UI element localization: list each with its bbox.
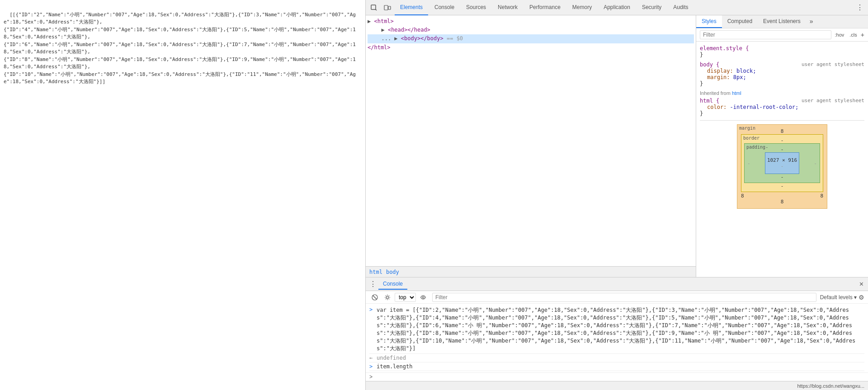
console-output[interactable]: > var item = [{"ID":2,"Name":"小明","Numbe… — [366, 304, 868, 372]
style-rule-html: html { user agent stylesheet color: -int… — [700, 98, 864, 117]
prop-color[interactable]: color: -internal-root-color; — [700, 104, 798, 110]
styles-tabs: Styles Computed Event Listeners » — [696, 15, 868, 28]
content-dimensions: 1027 × 916 — [767, 157, 797, 163]
dom-node-close-html[interactable]: </html> — [368, 43, 694, 52]
margin-label: margin — [739, 126, 755, 131]
content-padding: - — [781, 163, 784, 169]
selector-element-style[interactable]: element.style { — [700, 45, 749, 52]
tab-security[interactable]: Security — [637, 0, 667, 15]
inherited-html-link[interactable]: html — [732, 90, 741, 96]
filter-add-button[interactable]: + — [861, 31, 864, 38]
filter-cls-option[interactable]: .cls — [848, 31, 859, 38]
tab-application[interactable]: Application — [598, 0, 636, 15]
console-area: ⋮ Console × top — [366, 277, 868, 381]
status-url: https://blog.csdn.net/wangxu... — [797, 383, 864, 389]
devtools-more-button[interactable]: ⋮ — [854, 1, 866, 14]
box-margin[interactable]: margin 8 border - padding- - — [737, 124, 827, 209]
devtools-panel: Elements Console Sources Network Perform… — [365, 0, 868, 390]
styles-content[interactable]: element.style { } body { user agent styl… — [696, 42, 868, 277]
element-breadcrumb: html body — [366, 266, 696, 277]
console-close-button[interactable]: × — [857, 279, 866, 289]
box-model-container: margin 8 border - padding- - — [737, 124, 827, 209]
tab-computed[interactable]: Computed — [722, 15, 758, 28]
breadcrumb-html[interactable]: html — [369, 269, 382, 275]
console-line-input2: > item.length — [369, 362, 864, 371]
box-model: margin 8 border - padding- - — [700, 120, 864, 212]
device-toolbar-icon[interactable] — [381, 1, 394, 14]
svg-point-7 — [422, 296, 424, 298]
console-filter-input[interactable] — [432, 293, 816, 302]
inherited-from-label: Inherited from html — [700, 90, 864, 96]
tab-performance[interactable]: Performance — [524, 0, 566, 15]
tab-network[interactable]: Network — [492, 0, 523, 15]
console-input[interactable] — [374, 374, 864, 380]
margin-bottom-value: 8 — [741, 199, 823, 205]
svg-rect-0 — [371, 5, 376, 9]
elements-panel: ▶ <html> ▶ <head></head> ... ▶ <body></b… — [366, 15, 696, 277]
tab-more-styles[interactable]: » — [806, 15, 817, 28]
tab-styles[interactable]: Styles — [696, 15, 722, 28]
console-eye-icon[interactable] — [418, 292, 429, 303]
expand-arrow-head[interactable]: ▶ — [381, 27, 387, 33]
console-context-select[interactable]: top — [395, 293, 416, 302]
selector-html[interactable]: html { — [700, 98, 719, 104]
box-content[interactable]: 1027 × 916 - — [765, 152, 799, 174]
margin-right-value: 8 — [820, 193, 823, 199]
console-prefix-input2: > — [369, 363, 375, 370]
prop-display[interactable]: display: block; — [700, 68, 756, 74]
styles-filter-input[interactable] — [700, 30, 831, 39]
elements-tree[interactable]: ▶ <html> ▶ <head></head> ... ▶ <body></b… — [366, 15, 696, 266]
expand-arrow-html[interactable]: ▶ — [368, 18, 374, 24]
devtools-toolbar: Elements Console Sources Network Perform… — [366, 0, 868, 15]
console-line-input1: > var item = [{"ID":2,"Name":"小明","Numbe… — [369, 305, 864, 354]
margin-sides: 8 8 — [741, 193, 823, 199]
dom-node-html[interactable]: ▶ <html> — [368, 17, 694, 26]
expand-arrow-body[interactable]: ... ▶ — [381, 35, 401, 42]
body-hint: == $0 — [443, 35, 463, 42]
content-row: - 1027 × 916 - - — [747, 152, 817, 174]
console-line-output1: ← undefined — [369, 354, 864, 362]
svg-rect-2 — [384, 5, 388, 10]
filter-hover-option[interactable]: :hov — [833, 31, 846, 38]
tab-elements[interactable]: Elements — [395, 0, 428, 15]
console-tabs: ⋮ Console × — [366, 277, 868, 291]
dom-node-body[interactable]: ... ▶ <body></body> == $0 — [368, 34, 694, 43]
padding-label: padding- — [746, 145, 768, 150]
breadcrumb-body[interactable]: body — [386, 269, 399, 275]
box-border[interactable]: border - padding- - - — [741, 134, 823, 192]
box-padding[interactable]: padding- - - 1027 × 916 - — [744, 143, 820, 183]
console-settings-icon[interactable] — [382, 292, 393, 303]
page-text: [[{"ID":"2","Name":"小明","Number":"007","… — [4, 12, 356, 85]
margin-left-value: 8 — [741, 193, 744, 199]
tab-console-main[interactable]: Console — [378, 279, 407, 290]
styles-filter-bar: :hov .cls + — [696, 28, 868, 42]
tab-sources[interactable]: Sources — [461, 0, 491, 15]
tab-memory[interactable]: Memory — [567, 0, 597, 15]
prop-margin[interactable]: margin: 8px; — [700, 74, 746, 80]
console-gear-button[interactable]: ⚙ — [859, 294, 864, 301]
svg-line-1 — [375, 9, 377, 10]
tab-audits[interactable]: Audits — [668, 0, 693, 15]
status-bar: https://blog.csdn.net/wangxu... — [366, 381, 868, 390]
console-log-level-select[interactable]: Default levels ▾ — [820, 294, 857, 301]
tab-console[interactable]: Console — [429, 0, 460, 15]
console-toolbar: top Default levels ▾ ⚙ — [366, 291, 868, 304]
style-rule-body: body { user agent stylesheet display: bl… — [700, 61, 864, 87]
console-text-input1: var item = [{"ID":2,"Name":"小明","Number"… — [377, 306, 864, 352]
console-text-undefined: undefined — [377, 355, 864, 361]
border-label: border — [743, 136, 760, 141]
console-prefix-input1: > — [369, 306, 375, 313]
console-clear-button[interactable] — [369, 292, 380, 303]
console-text-item-length: item.length — [377, 363, 864, 370]
source-html: user agent stylesheet — [802, 98, 864, 103]
source-body: user agent stylesheet — [802, 61, 864, 67]
inspect-element-icon[interactable] — [368, 1, 380, 14]
console-menu-icon[interactable]: ⋮ — [368, 280, 378, 288]
border-bottom-value: - — [744, 183, 820, 189]
svg-line-5 — [373, 296, 377, 299]
dom-node-head[interactable]: ▶ <head></head> — [368, 26, 694, 34]
padding-left-value: - — [747, 160, 750, 166]
tab-event-listeners[interactable]: Event Listeners — [758, 15, 806, 28]
padding-right-value: - — [814, 160, 817, 166]
selector-body[interactable]: body { — [700, 61, 719, 68]
